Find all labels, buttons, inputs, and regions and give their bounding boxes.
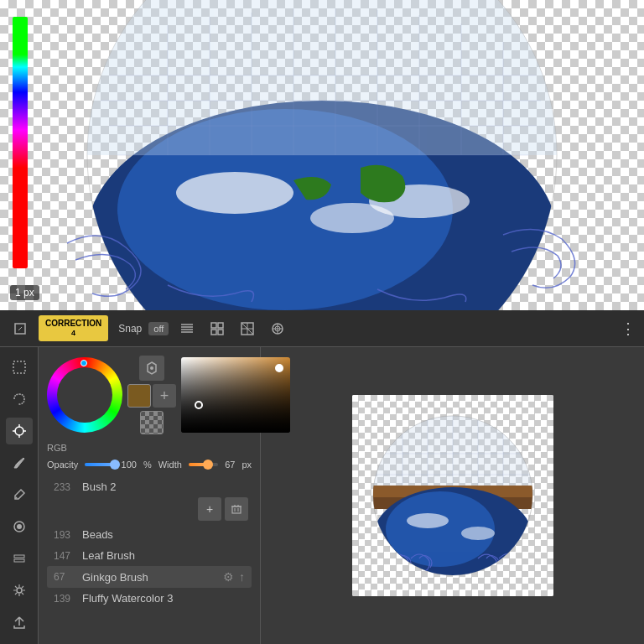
width-thumb[interactable]	[203, 460, 213, 470]
svg-rect-46	[14, 555, 24, 558]
edit-icon-btn[interactable]	[8, 317, 32, 340]
preview-canvas	[352, 395, 553, 596]
brush-item-ginkgo[interactable]: 67 Ginkgo Brush ⚙ ↑	[47, 566, 252, 588]
opacity-thumb[interactable]	[110, 460, 120, 470]
main-content: + RGB Opacity 100 %	[0, 347, 644, 644]
canvas-area: 1 px	[0, 0, 644, 310]
opacity-label: Opacity	[47, 460, 78, 470]
left-panel: + RGB Opacity 100 %	[39, 347, 261, 644]
width-unit: px	[242, 460, 252, 470]
brush-item-bush2[interactable]: 233 Bush 2	[47, 476, 252, 497]
brush-name-3: Ginkgo Brush	[82, 571, 148, 584]
svg-point-38	[15, 427, 23, 435]
svg-point-4	[176, 172, 293, 214]
transform-tool-icon[interactable]	[6, 418, 33, 444]
svg-point-72	[461, 527, 495, 540]
background-swatch[interactable]	[140, 411, 164, 434]
top-bar: CORRECTION 4 Snap off	[0, 310, 644, 347]
gradient-cursor-light	[275, 364, 283, 372]
brush-item-beads[interactable]: 193 Beads	[47, 524, 252, 545]
opacity-value: 100	[122, 460, 137, 470]
opacity-unit: %	[143, 460, 152, 470]
foreground-swatch[interactable]	[127, 384, 151, 408]
width-label: Width	[158, 460, 182, 470]
delete-brush-button[interactable]	[225, 497, 248, 521]
right-panel	[261, 347, 644, 644]
brush-name-4: Fluffy Watercolor 3	[82, 592, 173, 605]
layers-icon[interactable]	[6, 545, 33, 572]
svg-point-50	[150, 366, 153, 370]
brush-name-2: Leaf Brush	[82, 549, 135, 562]
correction-button[interactable]: CORRECTION 4	[39, 315, 108, 341]
width-slider[interactable]	[189, 463, 218, 466]
add-color-button[interactable]: +	[153, 384, 176, 408]
px-label: 1 px	[10, 285, 39, 300]
selection-tool-icon[interactable]	[6, 354, 33, 381]
brush-name-1: Beads	[82, 528, 113, 541]
svg-rect-51	[232, 506, 241, 513]
color-gradient-picker[interactable]	[181, 357, 290, 433]
svg-rect-28	[218, 330, 223, 335]
brush-item-leaf[interactable]: 147 Leaf Brush	[47, 545, 252, 566]
canvas-drawing	[0, 0, 644, 310]
color-fill-icon[interactable]	[6, 513, 33, 540]
color-wheel-cursor	[80, 360, 87, 366]
diagonal-grid-icon-btn[interactable]	[236, 317, 259, 340]
svg-point-48	[17, 588, 22, 593]
brush-num-4: 139	[54, 593, 77, 605]
brush-num-1: 193	[54, 529, 77, 541]
brush-name-0: Bush 2	[82, 480, 116, 493]
brush-num-2: 147	[54, 550, 77, 562]
gradient-cursor-dark	[195, 401, 203, 409]
add-brush-button[interactable]: +	[198, 497, 221, 521]
snap-label: Snap	[118, 323, 142, 335]
brush-tool-icon[interactable]	[6, 449, 33, 476]
share-icon[interactable]	[6, 609, 33, 636]
svg-rect-27	[211, 330, 216, 335]
more-options-button[interactable]: ⋮	[621, 319, 636, 338]
svg-rect-26	[218, 323, 223, 328]
brush-num-0: 233	[54, 481, 77, 493]
toolbar-area: CORRECTION 4 Snap off	[0, 310, 644, 644]
brush-item-fluffy[interactable]: 139 Fluffy Watercolor 3	[47, 588, 252, 609]
svg-point-71	[407, 513, 449, 528]
color-mode-label: RGB	[47, 443, 252, 453]
color-wheel-inner	[57, 367, 112, 423]
hex-grid-button[interactable]	[139, 356, 164, 381]
svg-point-43	[15, 497, 17, 499]
eyedropper-icon[interactable]	[6, 481, 33, 508]
settings-icon[interactable]	[6, 577, 33, 604]
brush-num-3: 67	[54, 571, 77, 583]
opacity-slider-row: Opacity 100 % Width 67 px	[47, 460, 252, 470]
svg-rect-47	[14, 559, 24, 562]
preview-drawing	[352, 395, 553, 596]
color-wheel-container[interactable]	[47, 357, 122, 433]
hatching-icon-btn[interactable]	[175, 317, 199, 340]
gear-icon[interactable]: ⚙	[223, 570, 234, 584]
circle-grid-icon-btn[interactable]	[266, 317, 289, 340]
color-row: +	[47, 356, 252, 434]
brush-list: 233 Bush 2 +	[47, 476, 252, 636]
opacity-slider[interactable]	[85, 463, 114, 466]
svg-rect-37	[13, 361, 25, 373]
snap-off-button[interactable]: off	[148, 322, 169, 335]
svg-rect-25	[211, 323, 216, 328]
grid-icon-btn[interactable]	[205, 317, 229, 340]
sidebar-icons	[0, 347, 39, 644]
svg-point-45	[17, 524, 22, 529]
arrow-up-icon[interactable]: ↑	[239, 570, 245, 584]
width-value: 67	[225, 460, 235, 470]
lasso-tool-icon[interactable]	[6, 386, 33, 413]
